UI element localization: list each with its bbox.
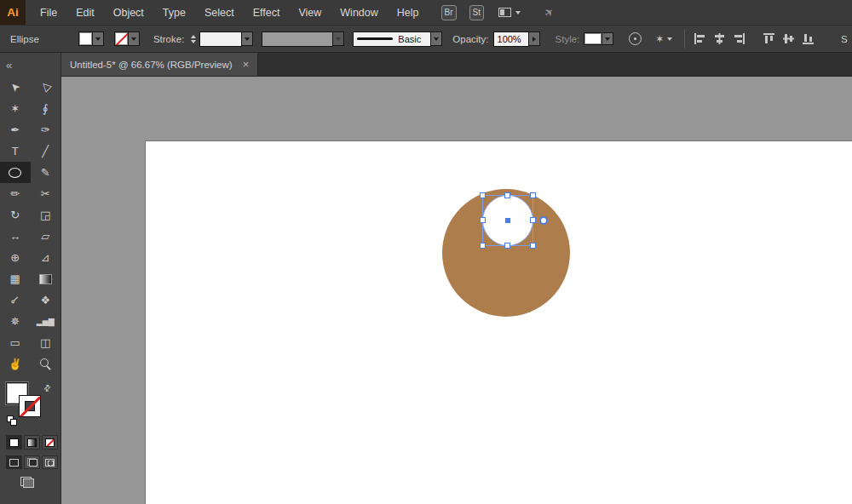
draw-normal-button[interactable] [6,455,22,469]
magic-wand-tool[interactable]: ✶ [0,98,31,119]
column-graph-icon: ▂▅▇ [37,318,55,326]
fill-dropdown-button[interactable] [93,32,104,46]
curvature-tool[interactable]: ✑ [31,119,61,140]
collapse-panel-button[interactable]: « [6,59,12,72]
select-similar-button[interactable]: ✶ [655,33,672,45]
mesh-tool[interactable]: ▦ [0,268,31,289]
shaper-tool[interactable]: ✏ [0,183,31,204]
stroke-swatch[interactable] [19,395,41,417]
stroke-weight-stepper[interactable] [191,35,196,43]
scissors-tool[interactable]: ✂ [31,183,61,204]
rotate-icon: ↻ [10,209,20,221]
gradient-button[interactable] [24,435,40,450]
menu-item-help[interactable]: Help [388,0,429,25]
menu-item-file[interactable]: File [31,0,66,25]
hand-tool[interactable]: ✌ [0,353,31,375]
align-vertical-center-button[interactable] [779,30,798,49]
type-tool[interactable]: T [0,140,31,162]
fill-color-picker[interactable] [78,32,104,46]
paintbrush-tool[interactable]: ✎ [31,162,61,183]
selection-handle-bottom-left[interactable] [480,243,486,249]
variable-width-profile-combo [262,32,344,47]
selection-handle-top-center[interactable] [504,192,510,198]
live-shape-widget[interactable] [539,216,548,225]
stock-button[interactable]: St [469,5,484,20]
shape-builder-tool[interactable]: ⊕ [0,247,31,268]
column-graph-tool[interactable]: ▂▅▇ [31,311,61,332]
menu-item-object[interactable]: Object [104,0,153,25]
width-profile-field [262,32,333,47]
menu-item-view[interactable]: View [289,0,331,25]
gradient-tool[interactable] [31,268,61,289]
align-vertical-bottom-button[interactable] [798,30,818,49]
selection-handle-top-left[interactable] [480,192,486,198]
recolor-artwork-icon[interactable] [629,32,642,45]
width-tool[interactable]: ↔ [0,226,31,247]
draw-inside-button[interactable] [42,455,58,469]
opacity-panel-button[interactable] [529,32,540,46]
selection-handle-middle-left[interactable] [480,217,486,223]
menu-item-window[interactable]: Window [331,0,387,25]
align-left-icon [694,32,706,45]
chevron-down-icon [667,37,672,41]
stroke-none-swatch [114,32,129,46]
slice-tool[interactable]: ◫ [31,332,61,353]
workspace-switcher[interactable] [498,8,521,17]
document-tab[interactable]: Untitled-5* @ 66.67% (RGB/Preview) × [61,53,258,76]
brush-definition-field[interactable]: Basic [353,32,431,47]
color-button[interactable] [6,435,22,450]
stroke-weight-combo[interactable] [199,32,253,47]
none-button[interactable] [42,435,58,450]
artboard[interactable] [145,140,852,504]
opacity-combo[interactable] [493,32,540,47]
opacity-input[interactable] [493,32,529,47]
ellipse-tool[interactable] [0,162,31,183]
blend-tool[interactable]: ❖ [31,289,61,311]
align-vertical-top-button[interactable] [759,30,779,49]
rotate-tool[interactable]: ↻ [0,204,31,226]
selection-handle-bottom-center[interactable] [504,243,510,249]
artboard-tool[interactable]: ▭ [0,332,31,353]
brush-dropdown-button[interactable] [431,32,442,46]
swap-fill-stroke-icon[interactable]: ⇄ [41,382,53,394]
menu-item-select[interactable]: Select [195,0,244,25]
style-dropdown-button[interactable] [602,32,613,45]
align-horizontal-right-button[interactable] [729,30,749,49]
style-combo[interactable] [584,32,613,45]
share-icon[interactable]: ✈ [541,4,556,20]
selection-handle-middle-right[interactable] [530,217,536,223]
selection-tool[interactable]: ➤ [0,77,31,98]
default-fill-stroke-icon[interactable] [7,415,19,427]
stroke-weight-dropdown-button[interactable] [242,32,253,46]
lasso-tool[interactable]: ∮ [31,98,61,119]
selection-center-point[interactable] [505,218,510,223]
menu-item-edit[interactable]: Edit [66,0,104,25]
document-tab-bar: Untitled-5* @ 66.67% (RGB/Preview) × [61,53,852,77]
selection-handle-bottom-right[interactable] [530,243,536,249]
zoom-tool[interactable] [31,353,61,375]
width-icon: ↔ [9,230,20,243]
draw-behind-button[interactable] [24,455,40,469]
symbol-sprayer-tool[interactable]: ✵ [0,311,31,332]
bridge-button[interactable]: Br [441,5,457,20]
align-horizontal-center-button[interactable] [710,30,729,49]
free-transform-tool[interactable]: ▱ [31,226,61,247]
pen-tool[interactable]: ✒ [0,119,31,140]
selection-handle-top-right[interactable] [530,192,536,198]
close-tab-icon[interactable]: × [243,59,250,70]
stroke-dropdown-button[interactable] [129,32,140,46]
brush-definition-combo[interactable]: Basic [353,32,442,47]
eyedropper-tool[interactable]: ⊸ [0,289,31,311]
menu-item-effect[interactable]: Effect [244,0,290,25]
chevron-down-icon [434,37,439,41]
change-screen-mode-icon[interactable] [20,477,34,488]
menu-item-type[interactable]: Type [153,0,195,25]
align-horizontal-left-button[interactable] [690,30,710,49]
stroke-color-picker[interactable] [114,32,140,46]
scale-tool[interactable]: ◲ [31,204,61,226]
stroke-weight-field[interactable] [199,32,242,47]
canvas[interactable] [61,77,852,504]
direct-selection-tool[interactable]: ▷ [31,77,61,98]
line-segment-tool[interactable]: ╱ [31,140,61,162]
perspective-grid-tool[interactable]: ⊿ [31,247,61,268]
